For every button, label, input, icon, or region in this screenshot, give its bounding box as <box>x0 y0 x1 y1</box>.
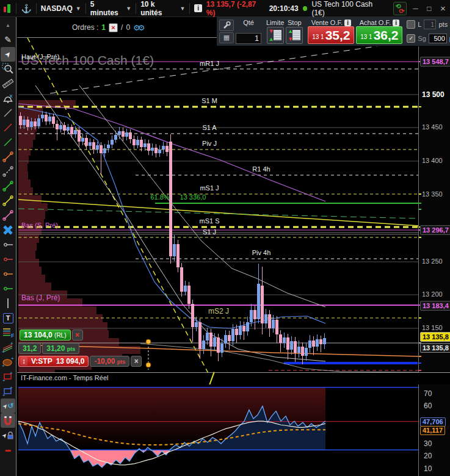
limit-checkbox[interactable] <box>407 20 415 29</box>
sg-points-input[interactable] <box>429 34 447 43</box>
volume-profile-bar <box>18 275 45 283</box>
stop-order-badge[interactable]: ↕ V:STP 13 094,0 <box>18 356 89 367</box>
fibonacci-tool-icon[interactable]: F <box>1 325 15 340</box>
chevron-down-icon: ▼ <box>76 5 81 12</box>
scroll-up-icon[interactable]: ▲ <box>1 18 15 32</box>
trendline-red-icon[interactable] <box>1 120 15 135</box>
stop-order-button[interactable]: ▲ ▼ <box>286 27 303 44</box>
segment-orange-icon[interactable] <box>1 150 15 164</box>
candle-body <box>305 348 308 356</box>
indicator-axis[interactable]: 706030201047,70641,117 <box>418 384 450 476</box>
ellipse-tool-icon[interactable]: ++ <box>1 355 15 369</box>
sell-button[interactable]: 13 1 35,2 <box>308 26 354 44</box>
close-button[interactable]: × <box>438 3 448 13</box>
qty-input[interactable] <box>236 33 261 44</box>
l-points-input[interactable] <box>424 20 436 29</box>
pencil-tool-icon[interactable]: ✎ <box>1 32 15 47</box>
order-drag-dot[interactable] <box>146 362 151 367</box>
volume-profile-bar <box>18 148 31 156</box>
chart-label: mR1 J <box>200 60 219 67</box>
segment-yellow-icon[interactable] <box>1 193 15 208</box>
delete-cross-icon[interactable] <box>1 223 15 237</box>
indicator-canvas[interactable] <box>17 384 419 476</box>
candle-body <box>242 326 245 331</box>
candle-body <box>118 131 121 135</box>
keyboard-icon[interactable]: ▦ <box>219 32 234 44</box>
undo-pointer-icon[interactable]: ➤↺ <box>1 398 15 413</box>
rect-blue-tool-icon[interactable]: ++ <box>1 384 15 398</box>
limit-order-button[interactable]: ▼ ▲ <box>267 27 284 44</box>
candle-body <box>26 120 29 127</box>
info-icon: i <box>344 20 351 26</box>
svg-text:+: + <box>2 349 5 353</box>
orders-slash: / <box>121 23 123 32</box>
candle-body <box>111 140 114 145</box>
text-tool-icon[interactable]: T <box>1 311 15 325</box>
content: Ordres : 1 × / 0 ⚙⚙ ▦ Qté <box>17 17 450 476</box>
hline-orange-icon[interactable] <box>1 267 15 281</box>
zoom-tool-icon[interactable] <box>1 62 15 76</box>
minimize-button[interactable]: ─ <box>411 4 420 13</box>
hline-red-icon[interactable] <box>1 252 15 267</box>
order-drag-dot[interactable] <box>146 339 151 344</box>
anchor-icon[interactable]: ⚓ <box>21 4 31 13</box>
order-ticket-glyph <box>292 30 300 40</box>
lock-pointer-icon[interactable]: ➤ <box>1 428 15 442</box>
main-chart-canvas[interactable]: US Tech 100 Cash (1€)Haut (J, Pré)mR1 JS… <box>17 38 419 372</box>
segment-pink-icon[interactable] <box>1 208 15 223</box>
chart-label: S1 A <box>202 124 217 131</box>
divider <box>189 3 190 14</box>
candle-body <box>125 132 128 137</box>
maximize-button[interactable]: □ <box>424 4 434 13</box>
units-dropdown[interactable]: 10 k unités ▼ <box>140 0 185 17</box>
cancel-stop-button[interactable]: × <box>131 356 142 367</box>
candle-body <box>286 337 289 350</box>
info-icon[interactable]: i <box>194 4 202 12</box>
refresh-icon[interactable]: ⟲ ⟳ <box>393 2 406 15</box>
trendline-gray-icon[interactable] <box>1 106 15 120</box>
orders-settings-icon[interactable]: ⚙⚙ <box>133 23 142 32</box>
candle-body <box>165 146 169 152</box>
candle-body <box>209 333 212 347</box>
magnet-tool-icon[interactable] <box>1 413 15 428</box>
candle-body <box>19 116 22 125</box>
wrench-icon[interactable] <box>219 20 234 31</box>
candle-body <box>74 130 77 134</box>
buy-button[interactable]: 13 1 36,2 <box>356 26 402 44</box>
hline-green-icon[interactable] <box>1 281 15 296</box>
volume-profile-bar <box>18 171 28 179</box>
volume-profile-bar <box>18 259 39 267</box>
chart-label: S1 J <box>203 228 216 236</box>
timeframe-dropdown[interactable]: 5 minutes ▼ <box>90 0 131 17</box>
chart-type-icon[interactable] <box>2 3 12 14</box>
divider <box>136 3 136 14</box>
alert-tool-icon[interactable] <box>1 91 15 106</box>
candle-body <box>198 322 201 349</box>
position-entry-badge[interactable]: 13 104,0 (RL) <box>20 330 71 341</box>
hline-red-partial-icon[interactable]: ▬ <box>1 442 15 457</box>
segment-gray-icon[interactable] <box>1 164 15 179</box>
rect-red-tool-icon[interactable]: ++ <box>1 369 15 384</box>
indicator-value-badge: 41,117 <box>420 426 445 435</box>
close-position-button[interactable]: × <box>72 330 83 341</box>
sg-checkbox[interactable]: ✓ <box>407 34 415 43</box>
channel-tool-icon[interactable]: ++ <box>1 340 15 355</box>
price-axis-label: 13 135,8 <box>420 343 450 353</box>
trendline-green-icon[interactable] <box>1 135 15 150</box>
vline-icon[interactable] <box>1 296 15 311</box>
chart-label: Haut (J, Pré) <box>21 53 59 60</box>
segment-green-icon[interactable] <box>1 179 15 193</box>
price-axis[interactable]: 13 548,713 50013 45013 40013 35013 296,7… <box>418 38 450 372</box>
candle-body <box>154 148 158 153</box>
svg-text:+: + <box>2 378 5 383</box>
drag-handle-icon[interactable]: ↕ <box>20 357 27 366</box>
hline-gray-icon[interactable] <box>1 237 15 252</box>
ruler-tool-icon[interactable] <box>1 76 15 91</box>
candle-body <box>268 314 271 328</box>
candle-body <box>231 329 234 341</box>
cancel-orders-icon[interactable]: × <box>109 23 118 32</box>
price-axis-label: 13 200 <box>422 290 443 298</box>
candle-body <box>132 139 136 145</box>
pointer-tool-icon[interactable]: ➤ <box>1 47 15 62</box>
instrument-dropdown[interactable]: NASDAQ ▼ <box>41 4 81 13</box>
